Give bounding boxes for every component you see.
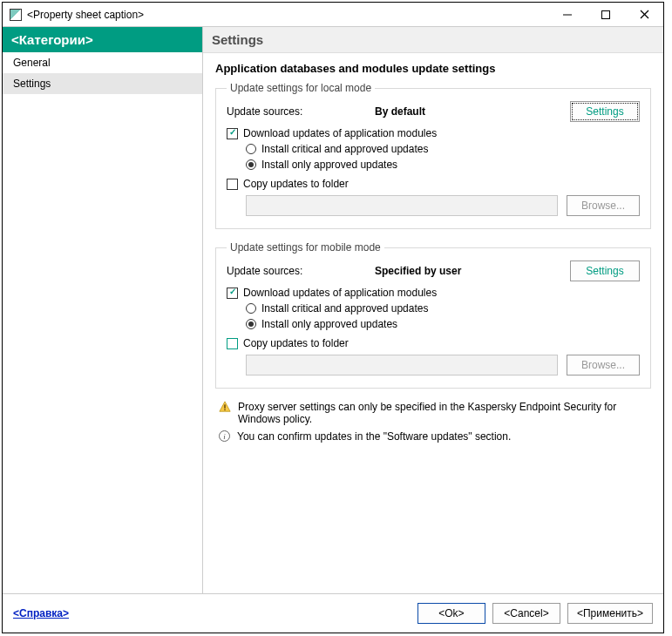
section-title: Application databases and modules update… — [215, 62, 651, 75]
minimize-button[interactable] — [548, 3, 587, 27]
sidebar: <Категории> General Settings — [3, 27, 203, 593]
mobile-settings-button[interactable]: Settings — [570, 260, 640, 281]
local-radio-approved-label: Install only approved updates — [261, 159, 397, 171]
help-link[interactable]: <Справка> — [13, 607, 69, 619]
group-mobile-mode: Update settings for mobile mode Update s… — [215, 241, 651, 389]
group-local-mode: Update settings for local mode Update so… — [215, 82, 651, 229]
content-header: Settings — [203, 27, 663, 53]
local-folder-input[interactable] — [246, 195, 558, 216]
property-sheet-window: <Property sheet caption> <Категории> Gen… — [2, 2, 664, 633]
mobile-copy-label: Copy updates to folder — [243, 337, 349, 349]
button-label: <Ok> — [438, 607, 464, 619]
local-radio-critical[interactable] — [246, 144, 256, 154]
local-radio-critical-label: Install critical and approved updates — [261, 143, 428, 155]
window-title: <Property sheet caption> — [27, 9, 548, 21]
mobile-radio-critical-label: Install critical and approved updates — [261, 302, 428, 315]
svg-rect-5 — [224, 404, 225, 408]
local-settings-button[interactable]: Settings — [570, 101, 640, 122]
group-local-legend: Update settings for local mode — [227, 82, 375, 94]
svg-rect-6 — [224, 409, 225, 410]
local-copy-checkbox[interactable] — [227, 179, 238, 190]
mobile-download-checkbox[interactable] — [227, 288, 238, 299]
info-note: i You can confirm updates in the "Softwa… — [219, 430, 651, 443]
warning-text: Proxy server settings can only be specif… — [238, 401, 651, 425]
local-radio-approved[interactable] — [246, 159, 256, 170]
content-body: Application databases and modules update… — [203, 53, 663, 450]
local-sources-value: By default — [375, 105, 570, 118]
mobile-folder-input[interactable] — [246, 355, 558, 376]
button-label: Browse... — [581, 359, 625, 371]
bottom-bar: <Справка> <Ok> <Cancel> <Применить> — [3, 593, 663, 633]
mobile-download-label: Download updates of application modules — [243, 287, 437, 299]
titlebar: <Property sheet caption> — [3, 3, 663, 27]
mobile-radio-approved-label: Install only approved updates — [261, 318, 397, 330]
content-pane: Settings Application databases and modul… — [203, 27, 663, 593]
sidebar-item-general[interactable]: General — [3, 52, 202, 73]
info-icon: i — [219, 430, 230, 442]
local-download-label: Download updates of application modules — [243, 127, 437, 139]
svg-rect-1 — [602, 10, 610, 18]
sidebar-item-label: General — [13, 57, 51, 69]
mobile-sources-value: Specified by user — [375, 265, 570, 277]
help-link-label: <Справка> — [13, 607, 69, 619]
button-label: <Cancel> — [504, 607, 548, 619]
apply-button[interactable]: <Применить> — [567, 603, 653, 624]
mobile-browse-button[interactable]: Browse... — [567, 355, 640, 376]
button-label: <Применить> — [577, 607, 643, 619]
local-download-checkbox[interactable] — [227, 128, 238, 139]
group-mobile-legend: Update settings for mobile mode — [227, 241, 384, 254]
main-area: <Категории> General Settings Settings Ap… — [3, 27, 663, 593]
app-icon — [10, 9, 22, 21]
window-controls — [548, 3, 663, 27]
maximize-button[interactable] — [587, 3, 625, 27]
mobile-sources-label: Update sources: — [227, 265, 375, 277]
cancel-button[interactable]: <Cancel> — [492, 603, 560, 624]
sidebar-item-label: Settings — [13, 78, 51, 90]
warning-note: Proxy server settings can only be specif… — [219, 401, 651, 425]
local-browse-button[interactable]: Browse... — [567, 195, 640, 216]
sidebar-header: <Категории> — [3, 27, 202, 52]
mobile-radio-critical[interactable] — [246, 303, 256, 314]
button-label: Settings — [586, 105, 623, 118]
sidebar-item-settings[interactable]: Settings — [3, 73, 202, 94]
close-button[interactable] — [625, 3, 663, 27]
mobile-copy-checkbox[interactable] — [227, 338, 238, 349]
button-label: Settings — [586, 265, 623, 277]
ok-button[interactable]: <Ok> — [417, 603, 485, 624]
info-text: You can confirm updates in the "Software… — [237, 430, 511, 443]
local-sources-label: Update sources: — [227, 105, 375, 118]
warning-icon — [219, 401, 231, 413]
button-label: Browse... — [581, 200, 625, 212]
mobile-radio-approved[interactable] — [246, 319, 256, 329]
local-copy-label: Copy updates to folder — [243, 178, 349, 190]
